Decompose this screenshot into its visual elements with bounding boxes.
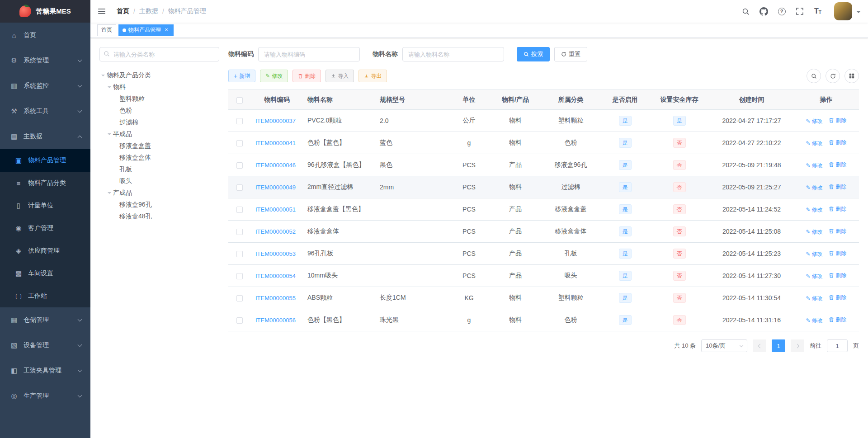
columns-button[interactable] — [844, 69, 859, 83]
tree-node[interactable]: 产成品 — [99, 187, 219, 199]
material-code-link[interactable]: ITEM00000049 — [255, 184, 296, 191]
material-code-link[interactable]: ITEM00000056 — [255, 317, 296, 324]
sidebar-item-warehouse[interactable]: ▦ 仓储管理 — [0, 307, 90, 333]
help-icon[interactable] — [773, 0, 791, 23]
row-edit-button[interactable]: 修改 — [806, 184, 823, 192]
row-delete-button[interactable]: 删除 — [829, 227, 846, 235]
page-size-select[interactable]: 10条/页 — [701, 339, 747, 352]
sidebar-item-production[interactable]: ◎ 生产管理 — [0, 383, 90, 409]
sidebar-item-database[interactable]: ▤ 主数据 — [0, 124, 90, 149]
row-checkbox[interactable] — [236, 140, 243, 146]
row-delete-button[interactable]: 删除 — [829, 294, 846, 301]
row-edit-button[interactable]: 修改 — [806, 317, 823, 325]
row-checkbox[interactable] — [236, 251, 243, 257]
row-delete-button[interactable]: 删除 — [829, 139, 846, 146]
next-page-button[interactable] — [791, 339, 804, 352]
tree-node[interactable]: 吸头 — [99, 175, 219, 187]
tree-node[interactable]: 过滤棉 — [99, 117, 219, 128]
row-delete-button[interactable]: 删除 — [829, 316, 846, 324]
sidebar-item-measure-unit[interactable]: ▯ 计量单位 — [0, 194, 90, 217]
row-edit-button[interactable]: 修改 — [806, 206, 823, 214]
tree-node[interactable]: 物料 — [99, 81, 219, 93]
material-name-input[interactable] — [402, 47, 504, 61]
sidebar-item-material-category[interactable]: ≡ 物料产品分类 — [0, 172, 90, 194]
row-delete-button[interactable]: 删除 — [829, 250, 846, 257]
material-code-link[interactable]: ITEM00000041 — [255, 140, 296, 146]
row-edit-button[interactable]: 修改 — [806, 250, 823, 258]
user-menu[interactable] — [831, 2, 863, 20]
row-delete-button[interactable]: 删除 — [829, 117, 846, 124]
sidebar-item-workstation[interactable]: ▢ 工作站 — [0, 285, 90, 307]
tree-node[interactable]: 物料及产品分类 — [99, 70, 219, 81]
row-checkbox[interactable] — [236, 184, 243, 191]
row-edit-button[interactable]: 修改 — [806, 140, 823, 147]
reset-button[interactable]: 重置 — [554, 47, 587, 61]
row-edit-button[interactable]: 修改 — [806, 118, 823, 125]
row-edit-button[interactable]: 修改 — [806, 273, 823, 280]
sidebar-item-device[interactable]: ▧ 设备管理 — [0, 333, 90, 358]
tab-close-icon[interactable] — [163, 27, 170, 33]
sidebar-item-material-management[interactable]: ▣ 物料产品管理 — [0, 149, 90, 172]
fullscreen-icon[interactable] — [791, 0, 809, 23]
search-icon[interactable] — [736, 0, 755, 23]
tab-active[interactable]: 物料产品管理 — [118, 24, 174, 36]
export-button[interactable]: 导出 — [359, 70, 387, 82]
tree-node[interactable]: 移液盒48孔 — [99, 211, 219, 222]
tree-node[interactable]: 塑料颗粒 — [99, 93, 219, 105]
row-edit-button[interactable]: 修改 — [806, 228, 823, 236]
tree-node[interactable]: 移液盒盒体 — [99, 152, 219, 164]
sidebar-item-gear[interactable]: ⚙ 系统管理 — [0, 48, 90, 73]
tab-inactive[interactable]: 首页 — [97, 24, 116, 36]
tree-node[interactable]: 移液盒96孔 — [99, 199, 219, 211]
edit-button[interactable]: 修改 — [260, 70, 288, 82]
sidebar-item-tools[interactable]: ⚒ 系统工具 — [0, 99, 90, 124]
material-code-link[interactable]: ITEM00000053 — [255, 250, 296, 257]
sidebar-item-monitor[interactable]: ▥ 系统监控 — [0, 73, 90, 99]
material-code-input[interactable] — [258, 47, 360, 61]
row-delete-button[interactable]: 删除 — [829, 272, 846, 279]
row-delete-button[interactable]: 删除 — [829, 205, 846, 213]
row-checkbox[interactable] — [236, 207, 243, 213]
material-code-link[interactable]: ITEM00000055 — [255, 295, 296, 301]
github-icon[interactable] — [755, 0, 773, 23]
toggle-search-button[interactable] — [807, 69, 821, 83]
material-code-link[interactable]: ITEM00000046 — [255, 162, 296, 169]
select-all-checkbox[interactable] — [236, 97, 243, 104]
row-delete-button[interactable]: 删除 — [829, 183, 846, 191]
row-checkbox[interactable] — [236, 118, 243, 124]
tree-node[interactable]: 半成品 — [99, 128, 219, 140]
material-code-link[interactable]: ITEM00000051 — [255, 206, 296, 213]
material-code-link[interactable]: ITEM00000052 — [255, 228, 296, 235]
material-code-link[interactable]: ITEM00000037 — [255, 118, 296, 124]
sidebar-item-fixture[interactable]: ◧ 工装夹具管理 — [0, 358, 90, 383]
row-checkbox[interactable] — [236, 273, 243, 279]
font-size-icon[interactable] — [809, 0, 827, 23]
search-button[interactable]: 搜索 — [517, 47, 550, 61]
tree-node[interactable]: 色粉 — [99, 105, 219, 117]
row-checkbox[interactable] — [236, 317, 243, 324]
row-delete-button[interactable]: 删除 — [829, 161, 846, 169]
app-logo[interactable]: 苦糖果MES — [0, 0, 90, 23]
sidebar-item-customer[interactable]: ◉ 客户管理 — [0, 217, 90, 240]
row-checkbox[interactable] — [236, 162, 243, 169]
goto-page-input[interactable] — [827, 339, 848, 352]
row-edit-button[interactable]: 修改 — [806, 295, 823, 302]
add-button[interactable]: 新增 — [228, 70, 255, 82]
refresh-button[interactable] — [826, 69, 840, 83]
sidebar-item-supplier[interactable]: ◈ 供应商管理 — [0, 240, 90, 262]
tree-node[interactable]: 孔板 — [99, 164, 219, 175]
category-search-input[interactable] — [99, 47, 219, 61]
row-checkbox[interactable] — [236, 229, 243, 235]
row-checkbox[interactable] — [236, 295, 243, 301]
prev-page-button[interactable] — [753, 339, 766, 352]
row-edit-button[interactable]: 修改 — [806, 162, 823, 170]
delete-button[interactable]: 删除 — [292, 70, 321, 82]
tree-node[interactable]: 移液盒盒盖 — [99, 140, 219, 152]
sidebar-item-workshop[interactable]: ▩ 车间设置 — [0, 262, 90, 285]
hamburger-icon[interactable] — [90, 0, 113, 23]
page-1-button[interactable]: 1 — [772, 339, 785, 352]
material-code-link[interactable]: ITEM00000054 — [255, 273, 296, 279]
import-button[interactable]: 导入 — [326, 70, 354, 82]
breadcrumb-item[interactable]: 首页 — [117, 7, 129, 15]
sidebar-item-home[interactable]: ⌂ 首页 — [0, 23, 90, 48]
